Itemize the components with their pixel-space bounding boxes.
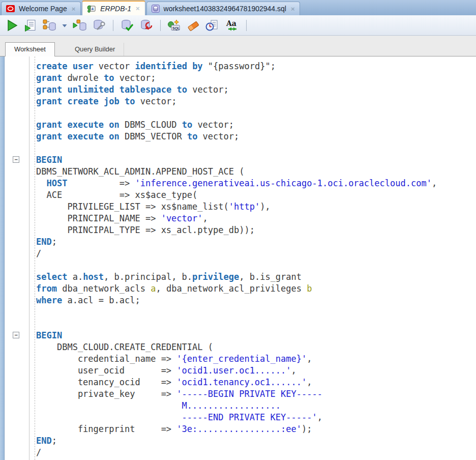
code-line[interactable]: PRINCIPAL_TYPE => xs_acl.ptype_db)); xyxy=(36,224,476,236)
panel-spacer xyxy=(0,36,476,43)
code-line[interactable]: M.................. xyxy=(36,400,476,412)
code-line[interactable]: / xyxy=(36,447,476,458)
toolbar-separator xyxy=(246,20,247,31)
oracle-logo-icon xyxy=(6,5,15,12)
tab-label: ERPDB-1 xyxy=(99,5,132,13)
document-tab-bar: Welcome Page × 4 ERPDB-1 × worksheet1403… xyxy=(0,0,476,15)
code-line[interactable]: from dba_network_acls a, dba_network_acl… xyxy=(36,283,476,295)
code-line[interactable]: credential_name => '{enter_credential_na… xyxy=(36,353,476,365)
commit-button[interactable] xyxy=(119,18,135,33)
fold-collapse-icon[interactable]: − xyxy=(13,332,19,338)
code-line[interactable]: -----END PRIVATE KEY-----', xyxy=(36,412,476,423)
explain-plan-icon xyxy=(42,19,56,32)
code-line[interactable] xyxy=(36,142,476,154)
code-line[interactable]: PRINCIPAL_NAME => 'vector', xyxy=(36,213,476,224)
close-icon[interactable]: × xyxy=(71,5,76,13)
close-icon[interactable]: × xyxy=(135,5,140,12)
code-line[interactable]: grant execute on DBMS_CLOUD to vector; xyxy=(36,119,476,131)
tab-query-builder[interactable]: Query Builder xyxy=(66,43,124,56)
code-line[interactable]: BEGIN xyxy=(36,330,476,341)
history-clock-icon xyxy=(205,19,219,32)
code-line[interactable]: select a.host, b.principal, b.privilege,… xyxy=(36,271,476,283)
fold-guide-line xyxy=(35,56,35,460)
connection-icon: 4 xyxy=(87,5,96,13)
code-line[interactable]: tenancy_ocid => 'ocid1.tenancy.oc1......… xyxy=(36,377,476,388)
sql-history-button[interactable] xyxy=(204,18,220,33)
autotrace-button[interactable] xyxy=(72,18,88,33)
fold-collapse-icon[interactable]: − xyxy=(13,156,19,163)
editor-left-strip xyxy=(0,56,5,460)
sql-developer-window: Welcome Page × 4 ERPDB-1 × worksheet1403… xyxy=(0,0,476,460)
svg-text:Aa: Aa xyxy=(226,19,236,27)
tab-label: Welcome Page xyxy=(18,5,68,13)
code-line[interactable] xyxy=(36,107,476,119)
tab-worksheet[interactable]: Worksheet xyxy=(5,42,55,56)
rollback-button[interactable] xyxy=(138,18,155,33)
run-icon xyxy=(6,19,19,32)
tab-welcome-page[interactable]: Welcome Page × xyxy=(1,2,81,15)
change-case-button[interactable]: Aa xyxy=(223,18,241,33)
code-line[interactable]: ACE => xs$ace_type( xyxy=(36,189,476,201)
explain-plan-button[interactable] xyxy=(41,18,57,33)
code-line[interactable]: private_key => '-----BEGIN PRIVATE KEY--… xyxy=(36,388,476,400)
code-line[interactable] xyxy=(36,318,476,330)
svg-text:SQL: SQL xyxy=(172,26,180,30)
explain-plan-dropdown-button[interactable] xyxy=(61,18,69,33)
code-line[interactable]: HOST => 'inference.generativeai.us-chica… xyxy=(36,178,476,189)
svg-text:4: 4 xyxy=(92,7,94,11)
code-line[interactable]: / xyxy=(36,248,476,260)
code-line[interactable]: user_ocid => 'ocid1.user.oc1......', xyxy=(36,365,476,377)
code-line[interactable]: grant unlimited tablespace to vector; xyxy=(36,84,476,96)
editor-gutter: −− xyxy=(5,56,29,460)
sql-editor[interactable]: −− create user vector identified by "{pa… xyxy=(0,56,476,460)
tab-label: worksheet14038324964781902944.sql xyxy=(163,5,287,13)
chevron-down-icon xyxy=(62,19,68,32)
database-wrench-icon xyxy=(92,19,106,32)
code-line[interactable]: DBMS_NETWORK_ACL_ADMIN.APPEND_HOST_ACE ( xyxy=(36,166,476,178)
code-lines[interactable]: create user vector identified by "{passw… xyxy=(36,61,476,460)
code-line[interactable]: grant dwrole to vector; xyxy=(36,72,476,84)
code-line[interactable]: grant create job to vector; xyxy=(36,96,476,107)
code-line[interactable]: fingerprint => '3e:................:ee')… xyxy=(36,423,476,435)
code-line[interactable]: DBMS_CLOUD.CREATE_CREDENTIAL ( xyxy=(36,341,476,353)
run-statement-button[interactable] xyxy=(5,18,20,33)
tab-erpdb-1[interactable]: 4 ERPDB-1 × xyxy=(82,1,145,15)
toolbar-separator xyxy=(160,20,161,31)
eraser-icon xyxy=(187,19,200,32)
new-unshared-worksheet-button[interactable]: SQL xyxy=(166,18,183,33)
code-line[interactable]: PRIVILEGE_LIST => xs$name_list('http'), xyxy=(36,201,476,213)
sql-tuning-advisor-button[interactable] xyxy=(91,18,107,33)
autotrace-icon xyxy=(73,19,87,32)
editor-tab-row: Worksheet Query Builder xyxy=(0,43,476,56)
rollback-icon xyxy=(139,19,154,32)
run-script-icon xyxy=(24,19,37,32)
code-line[interactable]: END; xyxy=(36,236,476,248)
worksheet-icon xyxy=(152,5,160,13)
code-line[interactable] xyxy=(36,306,476,318)
code-line[interactable]: grant execute on DBMS_VECTOR to vector; xyxy=(36,131,476,142)
close-icon[interactable]: × xyxy=(290,5,295,13)
tab-worksheet-sql[interactable]: worksheet14038324964781902944.sql × xyxy=(146,2,301,15)
change-case-icon: Aa xyxy=(224,19,240,32)
worksheet-toolbar: SQL Aa xyxy=(0,15,476,36)
code-line[interactable] xyxy=(36,260,476,271)
commit-icon xyxy=(120,19,134,32)
code-line[interactable]: END; xyxy=(36,435,476,447)
unshared-worksheet-icon: SQL xyxy=(167,19,182,32)
clear-button[interactable] xyxy=(186,18,201,33)
run-script-button[interactable] xyxy=(23,18,38,33)
code-line[interactable]: create user vector identified by "{passw… xyxy=(36,61,476,72)
code-line[interactable]: BEGIN xyxy=(36,154,476,166)
code-line[interactable]: where a.acl = b.acl; xyxy=(36,295,476,306)
toolbar-separator xyxy=(113,20,113,31)
